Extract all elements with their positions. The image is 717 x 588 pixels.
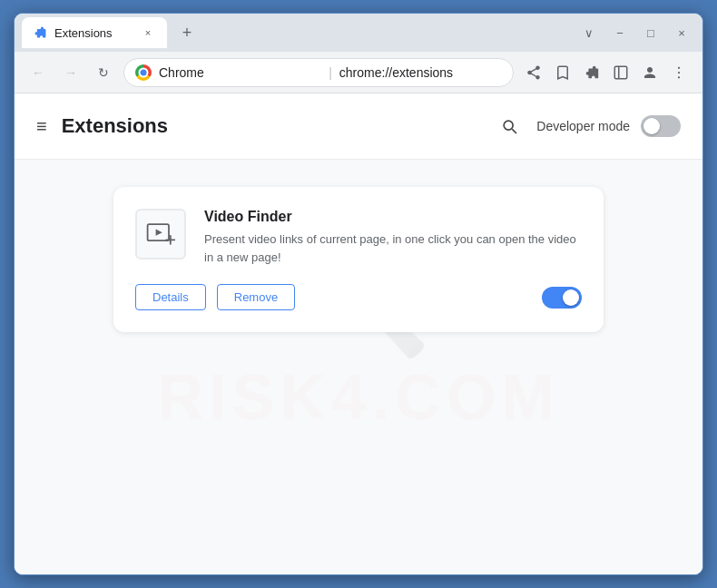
extension-icon: [135, 209, 186, 260]
sidebar-icon[interactable]: [608, 60, 634, 85]
maximize-button[interactable]: □: [637, 22, 664, 44]
svg-point-2: [678, 66, 680, 68]
minimize-button[interactable]: −: [606, 22, 634, 44]
card-top: Video Finder Present video links of curr…: [135, 209, 582, 266]
extensions-body: Video Finder Present video links of curr…: [15, 160, 702, 359]
back-button[interactable]: ←: [25, 60, 51, 85]
new-tab-button[interactable]: +: [174, 20, 200, 45]
tab-title: Extensions: [54, 26, 133, 40]
address-bar[interactable]: Chrome | chrome://extensions: [123, 58, 514, 87]
reload-button[interactable]: ↻: [91, 60, 116, 85]
extension-tab-icon: [33, 25, 47, 40]
menu-hamburger-button[interactable]: ≡: [36, 116, 47, 137]
chrome-label: Chrome: [159, 65, 321, 80]
card-bottom: Details Remove: [135, 284, 582, 310]
active-tab[interactable]: Extensions ×: [22, 17, 167, 48]
address-separator: |: [329, 65, 332, 80]
forward-button[interactable]: →: [58, 60, 83, 85]
extension-name: Video Finder: [204, 209, 582, 225]
search-button[interactable]: [493, 110, 525, 142]
watermark-text: RISK4.COM: [158, 361, 560, 434]
toggle-knob: [643, 118, 660, 134]
page-content: 🔍 RISK4.COM ≡ Extensions Developer mode: [15, 93, 702, 574]
header-left: ≡ Extensions: [36, 114, 168, 138]
page-title: Extensions: [62, 114, 168, 138]
title-bar: Extensions × + ∨ − □ ×: [15, 14, 702, 52]
tab-close-button[interactable]: ×: [140, 24, 156, 41]
window-controls: ∨ − □ ×: [575, 22, 695, 44]
header-right: Developer mode: [493, 110, 681, 142]
extension-card: Video Finder Present video links of curr…: [113, 187, 604, 332]
nav-icons: [521, 60, 692, 85]
svg-marker-6: [156, 230, 162, 236]
extension-description: Present video links of current page, in …: [204, 230, 582, 266]
navigation-bar: ← → ↻ Chrome | chrome://extensions: [15, 52, 702, 93]
developer-mode-label: Developer mode: [536, 119, 630, 133]
close-button[interactable]: ×: [668, 22, 695, 44]
svg-point-3: [678, 71, 680, 73]
menu-icon[interactable]: [666, 60, 692, 85]
chrome-logo-icon: [135, 64, 152, 81]
extensions-header: ≡ Extensions Developer mode: [15, 93, 702, 160]
bookmark-icon[interactable]: [550, 60, 575, 85]
developer-mode-toggle[interactable]: [641, 115, 681, 137]
chevron-button[interactable]: ∨: [575, 22, 603, 44]
details-button[interactable]: Details: [135, 284, 206, 310]
extensions-icon[interactable]: [579, 60, 604, 85]
svg-point-4: [678, 76, 680, 78]
address-url: chrome://extensions: [339, 65, 502, 80]
account-icon[interactable]: [637, 60, 663, 85]
browser-window: Extensions × + ∨ − □ × ← → ↻ Chrome | ch…: [14, 13, 703, 575]
svg-rect-0: [614, 66, 627, 79]
extension-toggle-knob: [563, 289, 579, 306]
share-icon[interactable]: [521, 60, 546, 85]
extension-info: Video Finder Present video links of curr…: [204, 209, 582, 266]
remove-button[interactable]: Remove: [217, 284, 295, 310]
extension-enable-toggle[interactable]: [542, 287, 582, 309]
